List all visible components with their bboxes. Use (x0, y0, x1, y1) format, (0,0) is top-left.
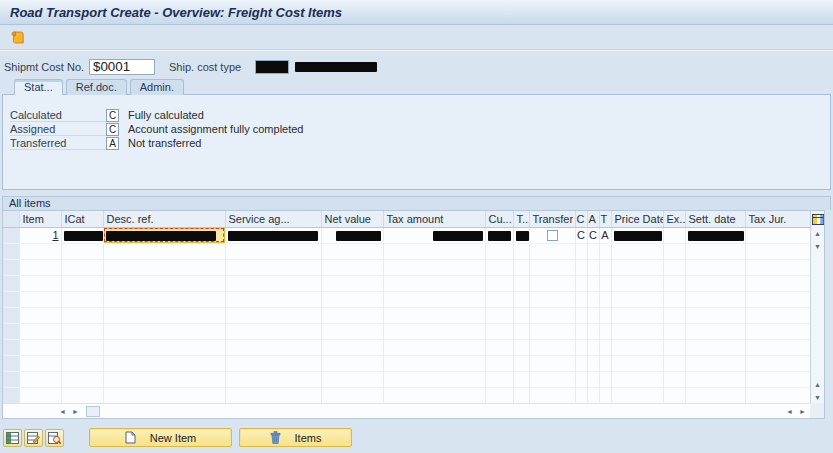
status-row-transferred: Transferred A Not transferred (10, 136, 830, 150)
assigned-code-field: C (106, 123, 119, 136)
col-service-agent[interactable]: Service ag... (225, 211, 321, 227)
redacted-value (336, 231, 381, 241)
row-selector[interactable] (3, 339, 19, 355)
tab-status[interactable]: Stat... (14, 79, 63, 95)
a-cell[interactable]: C (587, 227, 599, 243)
tax-jur-cell[interactable] (745, 227, 810, 243)
transferred-label: Transferred (10, 137, 106, 150)
horizontal-scroll-thumb[interactable] (86, 406, 100, 417)
ex-cell[interactable] (663, 227, 685, 243)
c-cell[interactable]: C (575, 227, 587, 243)
scroll-up-icon[interactable]: ▲ (811, 227, 824, 240)
items-label: Items (295, 432, 322, 444)
col-tax-jur[interactable]: Tax Jur. (745, 211, 810, 227)
tab-ref-doc[interactable]: Ref.doc. (66, 79, 127, 95)
ship-cost-type-value-redacted[interactable] (255, 60, 289, 74)
table-row-empty (3, 259, 810, 275)
redacted-value (106, 231, 216, 241)
col-a[interactable]: A (587, 211, 599, 227)
redacted-value (614, 231, 662, 241)
service-agent-cell[interactable] (225, 227, 321, 243)
scroll-left-end-icon[interactable]: ◄ (783, 405, 796, 418)
scrollbar-corner (810, 403, 824, 418)
tab-strip: Stat... Ref.doc. Admin. (14, 78, 833, 94)
row-selector[interactable] (3, 259, 19, 275)
col-t[interactable]: T... (513, 211, 529, 227)
row-selector[interactable] (3, 355, 19, 371)
table-row-empty (3, 307, 810, 323)
desc-ref-cell-focused[interactable] (103, 227, 225, 243)
col-transfer[interactable]: Transfer (529, 211, 575, 227)
table-settings-icon[interactable] (3, 429, 22, 447)
status-row-calculated: Calculated C Fully calculated (10, 108, 830, 122)
item-number-cell[interactable]: 1 (19, 227, 61, 243)
items-table-control: Item ICat Desc. ref. Service ag... Net v… (2, 210, 825, 419)
tax-amount-cell[interactable] (383, 227, 485, 243)
col-item[interactable]: Item (19, 211, 61, 227)
scroll-left-icon[interactable]: ◄ (56, 405, 69, 418)
header-field-row: Shipmt Cost No. Ship. cost type (0, 50, 833, 76)
row-selector[interactable] (3, 387, 19, 403)
col-desc-ref[interactable]: Desc. ref. (103, 211, 225, 227)
calculated-text: Fully calculated (128, 109, 204, 121)
table-config-icon[interactable] (811, 211, 824, 227)
row-selector[interactable] (3, 227, 19, 243)
shipmt-cost-no-input[interactable] (89, 59, 155, 75)
redacted-value (688, 231, 744, 241)
row-selector[interactable] (3, 243, 19, 259)
row-selector[interactable] (3, 291, 19, 307)
col-price-date[interactable]: Price Date (611, 211, 663, 227)
price-date-cell[interactable] (611, 227, 663, 243)
table-row-empty (3, 371, 810, 387)
all-items-caption-bar: All items (2, 196, 831, 210)
search-entries-icon[interactable] (45, 429, 64, 447)
redacted-value (516, 231, 529, 241)
col-c[interactable]: C (575, 211, 587, 227)
redacted-value (488, 231, 511, 241)
edit-entries-icon[interactable] (24, 429, 43, 447)
shipmt-cost-no-label: Shipmt Cost No. (4, 61, 89, 73)
delete-items-button[interactable]: Items (239, 428, 352, 447)
icat-cell[interactable] (61, 227, 103, 243)
col-tax-amount[interactable]: Tax amount (383, 211, 485, 227)
new-item-button[interactable]: New Item (89, 428, 232, 447)
row-selector[interactable] (3, 323, 19, 339)
currency-cell[interactable] (485, 227, 513, 243)
t2-cell[interactable]: A (599, 227, 611, 243)
redacted-value (228, 231, 318, 241)
assigned-label: Assigned (10, 123, 106, 136)
table-row-empty (3, 323, 810, 339)
tab-admin[interactable]: Admin. (130, 79, 184, 95)
page-up-icon[interactable]: ▲ (811, 378, 824, 391)
vertical-scrollbar[interactable]: ▲ ▼ ▲ ▼ (810, 211, 824, 404)
status-row-assigned: Assigned C Account assignment fully comp… (10, 122, 830, 136)
col-icat[interactable]: ICat (61, 211, 103, 227)
redacted-value (433, 231, 483, 241)
sett-date-cell[interactable] (685, 227, 745, 243)
scroll-icon[interactable] (7, 28, 27, 47)
col-net-value[interactable]: Net value (321, 211, 383, 227)
t-cell[interactable] (513, 227, 529, 243)
calculated-label: Calculated (10, 109, 106, 122)
transfer-checkbox[interactable] (547, 230, 558, 241)
row-selector[interactable] (3, 307, 19, 323)
horizontal-scrollbar[interactable]: ◄ ► ◄ ► (3, 403, 811, 418)
scroll-right-end-icon[interactable]: ► (796, 405, 809, 418)
table-header-row: Item ICat Desc. ref. Service ag... Net v… (3, 211, 810, 227)
col-t2[interactable]: T (599, 211, 611, 227)
scroll-right-icon[interactable]: ► (69, 405, 82, 418)
table-row-empty (3, 339, 810, 355)
net-value-cell[interactable] (321, 227, 383, 243)
table-row-empty (3, 275, 810, 291)
scroll-down-icon[interactable]: ▼ (811, 240, 824, 253)
select-all-header[interactable] (3, 211, 19, 227)
row-selector[interactable] (3, 371, 19, 387)
col-ex[interactable]: Ex... (663, 211, 685, 227)
application-toolbar (0, 25, 833, 50)
row-selector[interactable] (3, 275, 19, 291)
transfer-cell (529, 227, 575, 243)
table-row-empty (3, 291, 810, 307)
col-currency[interactable]: Cu... (485, 211, 513, 227)
table-row: 1 C C A (3, 227, 810, 243)
col-sett-date[interactable]: Sett. date (685, 211, 745, 227)
